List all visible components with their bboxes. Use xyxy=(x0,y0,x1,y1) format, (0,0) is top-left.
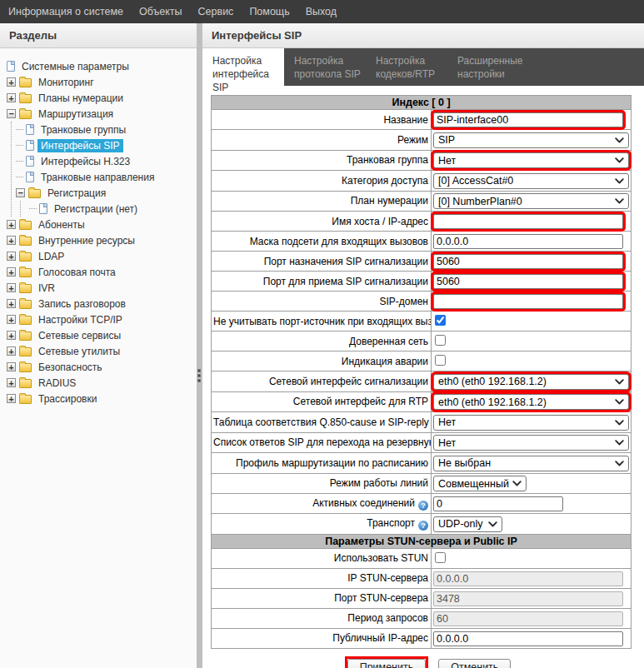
tree-item[interactable]: Интерфейсы SIP xyxy=(12,137,197,153)
tree-item-label[interactable]: LDAP xyxy=(35,250,67,263)
tab[interactable]: Настройка кодеков/RTP xyxy=(366,48,447,86)
expand-icon[interactable]: + xyxy=(7,220,16,229)
tree-item-label[interactable]: Мониторинг xyxy=(35,76,97,89)
text-input[interactable] xyxy=(433,496,563,511)
tree-item-label[interactable]: Внутренние ресурсы xyxy=(35,234,138,247)
tree-item-label[interactable]: Интерфейсы H.323 xyxy=(37,155,133,168)
tree-item[interactable]: +RADIUS xyxy=(7,375,197,391)
tree-item-label[interactable]: Интерфейсы SIP xyxy=(37,139,123,152)
tree-item[interactable]: Системные параметры xyxy=(7,58,197,74)
text-input[interactable] xyxy=(433,254,623,269)
tree-item[interactable]: +Сетевые сервисы xyxy=(7,327,197,343)
expand-icon[interactable]: + xyxy=(7,331,16,340)
tree-item-label[interactable]: Регистрация xyxy=(44,187,109,200)
checkbox[interactable] xyxy=(435,552,446,563)
text-input[interactable] xyxy=(433,611,623,626)
collapse-icon[interactable]: − xyxy=(16,188,25,197)
select-dropdown[interactable]: Не выбран xyxy=(433,456,629,471)
tree-item[interactable]: +Внутренние ресурсы xyxy=(7,232,197,248)
expand-icon[interactable]: + xyxy=(7,267,16,277)
tree-item-label[interactable]: Запись разговоров xyxy=(35,297,129,311)
tree-item[interactable]: +Запись разговоров xyxy=(7,296,197,312)
tree-item-label[interactable]: Маршрутизация xyxy=(35,107,117,121)
tree-item-label[interactable]: Трассировки xyxy=(35,392,100,406)
text-input[interactable] xyxy=(433,631,623,646)
expand-icon[interactable]: + xyxy=(7,236,16,245)
tree-item-label[interactable]: IVR xyxy=(35,282,58,295)
tree-item-label[interactable]: Голосовая почта xyxy=(35,266,119,279)
expand-icon[interactable]: + xyxy=(7,252,16,261)
expand-icon[interactable]: + xyxy=(7,283,16,292)
expand-icon[interactable]: + xyxy=(7,299,16,308)
select-dropdown[interactable]: Нет xyxy=(433,415,629,431)
cancel-button[interactable]: Отменить xyxy=(438,659,511,668)
tree-item-label[interactable]: Сетевые утилиты xyxy=(35,345,123,358)
expand-icon[interactable]: + xyxy=(7,394,16,403)
checkbox[interactable] xyxy=(435,355,446,366)
help-icon[interactable]: ? xyxy=(418,521,428,531)
tree-item-label[interactable]: Транковые группы xyxy=(37,123,129,137)
help-icon[interactable]: ? xyxy=(418,501,428,511)
collapse-icon[interactable]: − xyxy=(7,109,16,118)
menu-item[interactable]: Выход xyxy=(306,6,337,17)
tree-item[interactable]: +Голосовая почта xyxy=(7,264,197,280)
expand-icon[interactable]: + xyxy=(7,378,16,387)
tree-item-label[interactable]: Транковые направления xyxy=(37,171,157,184)
tree-item-label[interactable]: RADIUS xyxy=(35,376,79,390)
tab[interactable]: Настройка протокола SIP xyxy=(284,48,366,86)
tree-item[interactable]: +IVR xyxy=(7,280,197,296)
tree-item[interactable]: +LDAP xyxy=(7,248,197,264)
text-input[interactable] xyxy=(433,274,623,289)
tree-item-label[interactable]: Регистрации (нет) xyxy=(51,202,141,216)
expand-icon[interactable]: + xyxy=(7,77,16,87)
tree-item[interactable]: Интерфейсы H.323 xyxy=(12,153,197,169)
tree-item-label[interactable]: Сетевые сервисы xyxy=(35,329,124,342)
select-dropdown[interactable]: SIP xyxy=(433,132,629,148)
tree-item-label[interactable]: Настройки TCP/IP xyxy=(35,313,126,327)
text-input[interactable] xyxy=(433,294,623,309)
tree-item[interactable]: +Мониторинг xyxy=(7,74,197,90)
tree-item[interactable]: Транковые направления xyxy=(12,169,197,185)
tree-item[interactable]: −Регистрация xyxy=(12,185,197,201)
tree-item[interactable]: −Маршрутизация xyxy=(7,106,197,122)
text-input[interactable] xyxy=(433,214,623,229)
text-input[interactable] xyxy=(433,112,623,127)
tree-item[interactable]: Регистрации (нет) xyxy=(25,201,197,217)
tab[interactable]: Расширенные настройки xyxy=(447,48,529,86)
menu-item[interactable]: Информация о системе xyxy=(8,6,123,17)
menu-item[interactable]: Объекты xyxy=(139,6,182,17)
select-dropdown[interactable]: eth0 (eth0 192.168.1.2) xyxy=(433,374,629,390)
tree-item[interactable]: +Сетевые утилиты xyxy=(7,343,197,359)
apply-button[interactable]: Применить xyxy=(347,659,427,668)
tree-item[interactable]: +Настройки TCP/IP xyxy=(7,312,197,327)
text-input[interactable] xyxy=(433,234,623,249)
select-dropdown[interactable]: [0] NumberPlan#0 xyxy=(433,193,629,209)
select-dropdown[interactable]: Нет xyxy=(433,152,629,168)
select-dropdown[interactable]: eth0 (eth0 192.168.1.2) xyxy=(433,394,629,410)
select-dropdown[interactable]: Нет xyxy=(433,435,629,451)
tree-item[interactable]: +Абоненты xyxy=(7,217,197,232)
tree-item[interactable]: +Безопасность xyxy=(7,359,197,375)
tree-item-label[interactable]: Системные параметры xyxy=(18,60,132,73)
select-dropdown[interactable]: Совмещенный xyxy=(433,476,527,491)
splitter[interactable] xyxy=(197,23,202,668)
select-dropdown[interactable]: [0] AccessCat#0 xyxy=(433,173,629,189)
expand-icon[interactable]: + xyxy=(7,93,16,102)
tree-item-label[interactable]: Абоненты xyxy=(35,218,88,232)
select-dropdown[interactable]: UDP-only xyxy=(433,516,502,532)
tree-item[interactable]: +Трассировки xyxy=(7,391,197,406)
menu-item[interactable]: Помощь xyxy=(249,6,289,17)
tree-item-label[interactable]: Безопасность xyxy=(35,361,106,374)
expand-icon[interactable]: + xyxy=(7,362,16,371)
tree-item[interactable]: Транковые группы xyxy=(12,122,197,137)
expand-icon[interactable]: + xyxy=(7,315,16,324)
splitter-grip-icon[interactable] xyxy=(197,369,201,382)
checkbox[interactable] xyxy=(435,335,446,346)
tab-active[interactable]: Настройка интерфейса SIP xyxy=(202,48,284,86)
tree-item-label[interactable]: Планы нумерации xyxy=(35,92,127,105)
expand-icon[interactable]: + xyxy=(7,346,16,356)
text-input[interactable] xyxy=(433,571,623,586)
tree-item[interactable]: +Планы нумерации xyxy=(7,90,197,106)
menu-item[interactable]: Сервис xyxy=(198,6,234,17)
text-input[interactable] xyxy=(433,591,623,606)
